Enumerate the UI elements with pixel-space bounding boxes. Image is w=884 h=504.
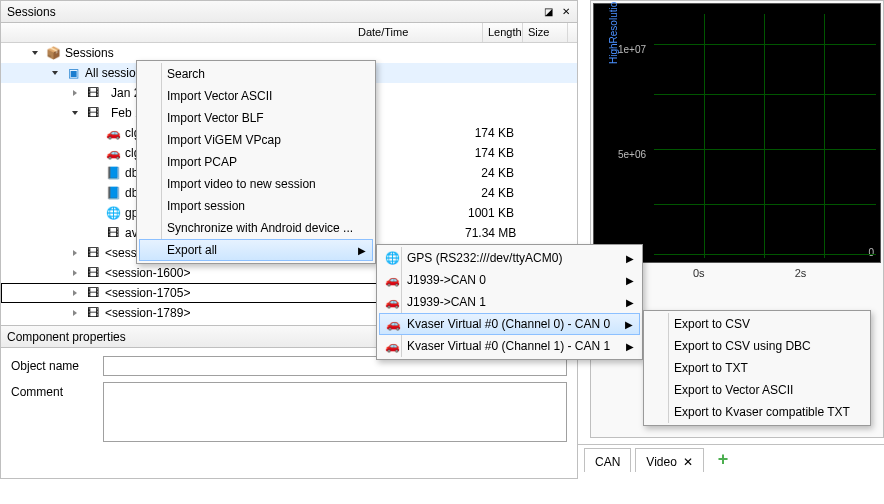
chevron-down-icon[interactable] <box>29 47 41 59</box>
tree-row-label: <session-1705> <box>105 286 379 300</box>
bottom-tabs: CAN Video ✕ + <box>578 444 884 474</box>
menu-sync-android[interactable]: Synchronize with Android device ... <box>139 217 373 239</box>
row-type-icon: 📘 <box>105 165 121 181</box>
menu-import-pcap[interactable]: Import PCAP <box>139 151 373 173</box>
context-menu-export-targets: 🌐 GPS (RS232:///dev/ttyACM0)▶ 🚗 J1939->C… <box>376 244 643 360</box>
menu-export-all[interactable]: Export all ▶ <box>139 239 373 261</box>
globe-icon: 🌐 <box>383 249 401 267</box>
graph-canvas[interactable]: HighResolutio 1e+07 5e+06 0 <box>593 3 881 263</box>
tree-row-label: <session-1600> <box>105 266 379 280</box>
submenu-arrow-icon: ▶ <box>358 245 366 256</box>
menu-export-vector-ascii[interactable]: Export to Vector ASCII <box>646 379 868 401</box>
tree-row-size: 71.34 MB <box>465 226 520 240</box>
tab-can[interactable]: CAN <box>584 448 631 472</box>
tree-row-size: 174 KB <box>465 146 520 160</box>
col-header-date[interactable]: Date/Time <box>353 23 483 42</box>
menu-export-csv-dbc[interactable]: Export to CSV using DBC <box>646 335 868 357</box>
row-type-icon: 🌐 <box>105 205 121 221</box>
comment-label: Comment <box>11 382 103 399</box>
tree-root-label: Sessions <box>65 46 114 60</box>
chevron-down-icon[interactable] <box>49 67 61 79</box>
graph-xtick: 0s <box>693 267 705 287</box>
submenu-arrow-icon: ▶ <box>626 253 634 264</box>
comment-input[interactable] <box>103 382 567 442</box>
objectname-label: Object name <box>11 356 103 373</box>
film-icon: 🎞 <box>85 265 101 281</box>
tree-row-size: 1001 KB <box>465 206 520 220</box>
chevron-right-icon[interactable] <box>69 87 81 99</box>
submenu-arrow-icon: ▶ <box>626 341 634 352</box>
submenu-arrow-icon: ▶ <box>626 297 634 308</box>
menu-import-vigem[interactable]: Import ViGEM VPcap <box>139 129 373 151</box>
close-icon[interactable]: ✕ <box>683 455 693 469</box>
tab-can-label: CAN <box>595 455 620 469</box>
dock-close-button[interactable]: ✕ <box>558 4 574 20</box>
graph-ytick: 0 <box>868 247 874 258</box>
row-type-icon: 🚗 <box>105 125 121 141</box>
row-type-icon: 📘 <box>105 185 121 201</box>
chevron-down-icon[interactable] <box>69 107 81 119</box>
col-header-length[interactable]: Length <box>483 23 523 42</box>
menu-search[interactable]: Search <box>139 63 373 85</box>
tree-row-size: 174 KB <box>465 126 520 140</box>
graph-ytick: 1e+07 <box>618 44 646 55</box>
menu-import-video[interactable]: Import video to new session <box>139 173 373 195</box>
menu-export-j1939-1[interactable]: 🚗 J1939->CAN 1▶ <box>379 291 640 313</box>
car-icon: 🚗 <box>384 315 402 333</box>
col-header-size[interactable]: Size <box>523 23 568 42</box>
menu-export-kvaser1[interactable]: 🚗 Kvaser Virtual #0 (Channel 1) - CAN 1▶ <box>379 335 640 357</box>
context-menu-main: Search Import Vector ASCII Import Vector… <box>136 60 376 264</box>
context-menu-export-format: Export to CSV Export to CSV using DBC Ex… <box>643 310 871 426</box>
row-type-icon: 🎞 <box>85 105 101 121</box>
menu-import-session[interactable]: Import session <box>139 195 373 217</box>
menu-export-kvaser0[interactable]: 🚗 Kvaser Virtual #0 (Channel 0) - CAN 0▶ <box>379 313 640 335</box>
add-tab-button[interactable]: + <box>708 448 739 472</box>
column-headers: Date/Time Length Size <box>1 23 577 43</box>
tree-row-label: <session-1789> <box>105 306 379 320</box>
film-icon: 🎞 <box>85 285 101 301</box>
menu-export-j1939-0[interactable]: 🚗 J1939->CAN 0▶ <box>379 269 640 291</box>
car-icon: 🚗 <box>383 337 401 355</box>
panel-title-text: Sessions <box>7 5 538 19</box>
film-icon: 🎞 <box>85 245 101 261</box>
row-type-icon: 🎞 <box>85 85 101 101</box>
tree-row-size: 24 KB <box>465 166 520 180</box>
tab-video-label: Video <box>646 455 676 469</box>
chevron-right-icon[interactable] <box>69 287 81 299</box>
graph-ytick: 5e+06 <box>618 149 646 160</box>
tree-row-size: 24 KB <box>465 186 520 200</box>
panel-titlebar: Sessions ◪ ✕ <box>1 1 577 23</box>
sessions-root-icon: 📦 <box>45 45 61 61</box>
chevron-right-icon[interactable] <box>69 307 81 319</box>
menu-export-csv[interactable]: Export to CSV <box>646 313 868 335</box>
menu-export-gps[interactable]: 🌐 GPS (RS232:///dev/ttyACM0)▶ <box>379 247 640 269</box>
chevron-right-icon[interactable] <box>69 267 81 279</box>
sessions-group-icon: ▣ <box>65 65 81 81</box>
menu-export-txt[interactable]: Export to TXT <box>646 357 868 379</box>
film-icon: 🎞 <box>85 305 101 321</box>
tab-video[interactable]: Video ✕ <box>635 448 703 472</box>
dock-detach-button[interactable]: ◪ <box>540 4 556 20</box>
menu-import-vector-blf[interactable]: Import Vector BLF <box>139 107 373 129</box>
row-type-icon: 🚗 <box>105 145 121 161</box>
car-icon: 🚗 <box>383 293 401 311</box>
submenu-arrow-icon: ▶ <box>625 319 633 330</box>
graph-xtick: 2s <box>795 267 807 287</box>
submenu-arrow-icon: ▶ <box>626 275 634 286</box>
chevron-right-icon[interactable] <box>69 247 81 259</box>
row-type-icon: 🎞 <box>105 225 121 241</box>
car-icon: 🚗 <box>383 271 401 289</box>
menu-export-kvaser-txt[interactable]: Export to Kvaser compatible TXT <box>646 401 868 423</box>
menu-import-vector-ascii[interactable]: Import Vector ASCII <box>139 85 373 107</box>
